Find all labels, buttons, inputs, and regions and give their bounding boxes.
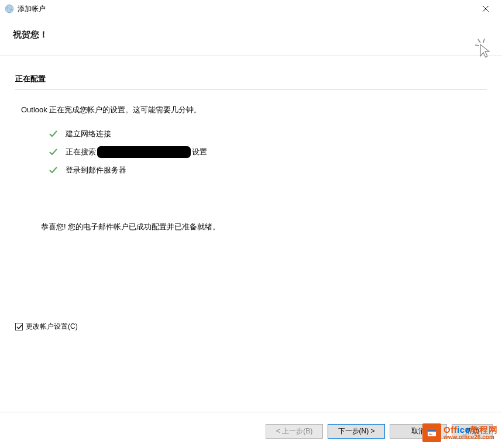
step-row-1: 建立网络连接	[48, 128, 487, 140]
step-row-2: 正在搜索 设置	[48, 146, 487, 158]
close-button[interactable]	[474, 1, 497, 17]
help-button[interactable]: 帮助	[452, 424, 493, 439]
cursor-click-icon	[474, 39, 491, 58]
content-area: 正在配置 Outlook 正在完成您帐户的设置。这可能需要几分钟。 建立网络连接…	[0, 56, 502, 238]
step-text: 正在搜索 设置	[66, 146, 207, 158]
close-icon	[483, 6, 489, 12]
step-text: 登录到邮件服务器	[66, 165, 126, 175]
header-section: 祝贺您！	[0, 18, 502, 56]
svg-line-5	[483, 39, 484, 43]
steps-list: 建立网络连接 正在搜索 设置 登录到邮件服务器	[48, 128, 487, 176]
congrats-title: 祝贺您！	[13, 29, 489, 40]
section-title: 正在配置	[15, 74, 487, 84]
button-bar: < 上一步(B) 下一步(N) > 取消 帮助	[266, 424, 493, 439]
app-icon	[5, 4, 14, 13]
window-title: 添加帐户	[18, 4, 474, 14]
step2-suffix: 设置	[192, 147, 207, 157]
checkbox-label: 更改帐户设置(C)	[26, 322, 78, 332]
checkmark-icon	[48, 149, 59, 156]
svg-line-6	[475, 45, 479, 46]
checkmark-icon	[48, 130, 59, 137]
section-divider	[15, 89, 487, 89]
step-text: 建立网络连接	[66, 129, 111, 139]
checkbox-box[interactable]	[15, 323, 23, 330]
checkmark-icon	[48, 167, 59, 174]
step-row-3: 登录到邮件服务器	[48, 164, 487, 176]
step2-prefix: 正在搜索	[66, 147, 96, 157]
titlebar: 添加帐户	[0, 0, 502, 18]
footer-divider	[0, 412, 502, 412]
change-settings-checkbox[interactable]: 更改帐户设置(C)	[15, 322, 78, 332]
cancel-button[interactable]: 取消	[390, 424, 447, 439]
back-button: < 上一步(B)	[266, 424, 323, 439]
next-button[interactable]: 下一步(N) >	[328, 424, 385, 439]
checkbox-check-icon	[16, 324, 22, 330]
redacted-block	[97, 146, 191, 158]
svg-line-4	[478, 39, 480, 43]
final-message: 恭喜您! 您的电子邮件帐户已成功配置并已准备就绪。	[41, 222, 487, 232]
status-text: Outlook 正在完成您帐户的设置。这可能需要几分钟。	[21, 105, 487, 115]
